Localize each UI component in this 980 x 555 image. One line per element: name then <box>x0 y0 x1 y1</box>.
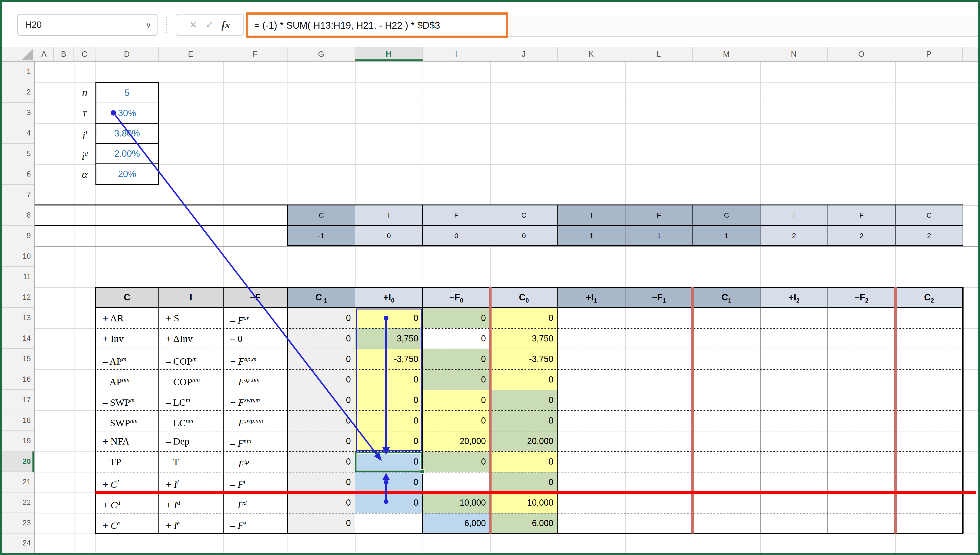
table-header-K12[interactable]: +I1 <box>558 287 625 308</box>
cell-K8[interactable]: I <box>558 205 625 226</box>
cell-F14[interactable]: – 0 <box>223 328 287 349</box>
param-value-α[interactable]: 20% <box>96 164 158 184</box>
row-header-18[interactable]: 18 <box>2 411 35 431</box>
column-header-G[interactable]: G <box>287 47 355 61</box>
table-header-J12[interactable]: C0 <box>490 287 558 308</box>
cell-I17[interactable]: 0 <box>423 390 490 411</box>
row-header-11[interactable]: 11 <box>2 267 35 287</box>
param-value-i[interactable]: 2.00% <box>96 144 158 164</box>
row-header-14[interactable]: 14 <box>2 328 35 349</box>
cell-I21[interactable] <box>423 472 490 492</box>
cell-O8[interactable]: F <box>828 205 895 226</box>
cell-D22[interactable]: + Cd <box>95 492 159 513</box>
column-header-O[interactable]: O <box>828 47 895 61</box>
row-header-2[interactable]: 2 <box>2 82 35 103</box>
cell-G13[interactable]: 0 <box>287 308 355 328</box>
cell-H23[interactable] <box>355 513 423 534</box>
cell-F18[interactable]: + Fswp,nm <box>223 411 287 431</box>
column-header-B[interactable]: B <box>54 47 74 61</box>
cell-J9[interactable]: 0 <box>490 226 558 246</box>
cell-H22[interactable]: 0 <box>355 492 423 513</box>
cell-G20[interactable]: 0 <box>287 451 355 472</box>
cell-D23[interactable]: + Ce <box>95 513 159 534</box>
cell-L9[interactable]: 1 <box>625 226 693 246</box>
row-header-24[interactable]: 24 <box>2 534 35 553</box>
cell-I8[interactable]: F <box>423 205 490 226</box>
cell-F16[interactable]: + Fap,nm <box>223 369 287 390</box>
cell-F15[interactable]: + Fap,m <box>223 349 287 369</box>
cell-J15[interactable]: -3,750 <box>490 349 558 369</box>
row-header-9[interactable]: 9 <box>2 226 35 246</box>
cancel-icon[interactable]: ✕ <box>189 19 197 30</box>
row-header-7[interactable]: 7 <box>2 184 35 205</box>
cell-I19[interactable]: 20,000 <box>423 431 490 451</box>
cell-E13[interactable]: + S <box>159 308 223 328</box>
cell-J21[interactable]: 0 <box>490 472 558 492</box>
select-all-button[interactable] <box>2 47 35 61</box>
cell-G16[interactable]: 0 <box>287 369 355 390</box>
row-header-15[interactable]: 15 <box>2 349 35 369</box>
table-header-I12[interactable]: –F0 <box>423 287 490 308</box>
row-header-23[interactable]: 23 <box>2 513 35 534</box>
cell-K9[interactable]: 1 <box>558 226 625 246</box>
chevron-down-icon[interactable]: ∨ <box>146 14 152 35</box>
cell-E23[interactable]: + Ie <box>159 513 223 534</box>
cell-I15[interactable]: 0 <box>423 349 490 369</box>
cell-P8[interactable]: C <box>895 205 963 226</box>
cell-F17[interactable]: + Fswp,m <box>223 390 287 411</box>
cell-E18[interactable]: – LCnm <box>159 411 223 431</box>
cell-E14[interactable]: + ΔInv <box>159 328 223 349</box>
cell-N8[interactable]: I <box>760 205 828 226</box>
row-header-20[interactable]: 20 <box>2 451 35 472</box>
cell-J14[interactable]: 3,750 <box>490 328 558 349</box>
row-header-13[interactable]: 13 <box>2 308 35 328</box>
row-header-5[interactable]: 5 <box>2 144 35 164</box>
row-header-17[interactable]: 17 <box>2 390 35 411</box>
table-header-P12[interactable]: C2 <box>895 287 963 308</box>
cell-J18[interactable]: 0 <box>490 411 558 431</box>
row-header-1[interactable]: 1 <box>2 61 35 82</box>
table-header-D12[interactable]: C <box>95 287 159 308</box>
param-value-τ[interactable]: 30% <box>96 103 158 124</box>
table-header-N12[interactable]: +I2 <box>760 287 828 308</box>
cell-F21[interactable]: – Fl <box>223 472 287 492</box>
cell-G15[interactable]: 0 <box>287 349 355 369</box>
cell-F20[interactable]: + Ftp <box>223 451 287 472</box>
cell-D13[interactable]: + AR <box>95 308 159 328</box>
cell-I18[interactable]: 0 <box>423 411 490 431</box>
column-header-I[interactable]: I <box>423 47 490 61</box>
table-header-G12[interactable]: C-1 <box>287 287 355 308</box>
param-value-n[interactable]: 5 <box>96 83 158 103</box>
cell-D20[interactable]: – TP <box>95 451 159 472</box>
cell-G22[interactable]: 0 <box>287 492 355 513</box>
cell-G8[interactable]: C <box>287 205 355 226</box>
cell-H8[interactable]: I <box>355 205 423 226</box>
cell-J19[interactable]: 20,000 <box>490 431 558 451</box>
column-header-M[interactable]: M <box>693 47 760 61</box>
cell-G14[interactable]: 0 <box>287 328 355 349</box>
column-header-C[interactable]: C <box>74 47 95 61</box>
column-header-A[interactable]: A <box>35 47 54 61</box>
cell-H9[interactable]: 0 <box>355 226 423 246</box>
table-header-F12[interactable]: –F <box>223 287 287 308</box>
cell-F23[interactable]: – Fe <box>223 513 287 534</box>
cell-M8[interactable]: C <box>693 205 760 226</box>
column-header-D[interactable]: D <box>95 47 159 61</box>
cell-I23[interactable]: 6,000 <box>423 513 490 534</box>
cell-E20[interactable]: – T <box>159 451 223 472</box>
table-header-L12[interactable]: –F1 <box>625 287 693 308</box>
cell-D16[interactable]: – APnm <box>95 369 159 390</box>
row-header-19[interactable]: 19 <box>2 431 35 451</box>
cell-L8[interactable]: F <box>625 205 693 226</box>
cell-E22[interactable]: + Id <box>159 492 223 513</box>
cell-O9[interactable]: 2 <box>828 226 895 246</box>
formula-bar-extension[interactable] <box>508 17 980 37</box>
column-header-N[interactable]: N <box>760 47 828 61</box>
enter-icon[interactable]: ✓ <box>205 19 213 30</box>
cell-D21[interactable]: + Cl <box>95 472 159 492</box>
cell-E16[interactable]: – COPnm <box>159 369 223 390</box>
row-header-16[interactable]: 16 <box>2 369 35 390</box>
cell-M9[interactable]: 1 <box>693 226 760 246</box>
column-header-L[interactable]: L <box>625 47 693 61</box>
cell-J13[interactable]: 0 <box>490 308 558 328</box>
